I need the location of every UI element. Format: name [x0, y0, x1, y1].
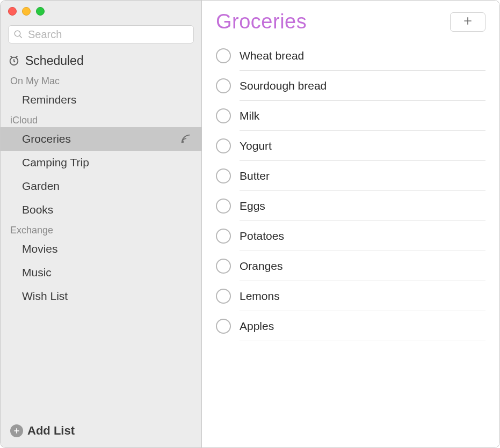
sidebar-item-label: Scheduled	[25, 54, 84, 68]
reminders-list: Wheat breadSourdough breadMilkYogurtButt…	[216, 41, 485, 341]
search-input[interactable]	[8, 25, 194, 43]
add-list-label: Add List	[27, 424, 75, 438]
complete-toggle[interactable]	[216, 199, 231, 214]
sidebar-item-label: Camping Trip	[22, 156, 89, 169]
window-close-button[interactable]	[8, 7, 17, 16]
sidebar-item-label: Music	[22, 266, 52, 279]
reminder-body: Lemons	[240, 281, 485, 311]
reminder-title: Milk	[240, 109, 259, 122]
window-zoom-button[interactable]	[36, 7, 45, 16]
search-field-wrapper	[8, 25, 194, 43]
reminder-body: Apples	[240, 311, 485, 341]
sidebar-item-music[interactable]: Music	[1, 261, 201, 284]
sidebar-item-label: Movies	[22, 243, 58, 255]
reminder-item[interactable]: Butter	[216, 161, 485, 191]
list-title: Groceries	[216, 10, 307, 33]
main-header: Groceries	[202, 1, 499, 38]
sidebar-section-on-my-mac: On My Mac	[1, 72, 201, 88]
sidebar-item-label: Garden	[22, 180, 60, 193]
sidebar-item-camping-trip[interactable]: Camping Trip	[1, 151, 201, 174]
plus-circle-icon	[10, 424, 23, 437]
sidebar-item-label: Groceries	[22, 133, 71, 145]
reminder-title: Eggs	[240, 200, 265, 212]
sidebar-item-movies[interactable]: Movies	[1, 237, 201, 261]
plus-icon	[462, 16, 473, 28]
reminder-body: Potatoes	[240, 221, 485, 251]
svg-point-3	[182, 141, 184, 143]
reminder-body: Oranges	[240, 251, 485, 281]
svg-line-1	[20, 36, 22, 38]
reminder-title: Apples	[240, 320, 274, 333]
complete-toggle[interactable]	[216, 78, 231, 93]
add-reminder-button[interactable]	[450, 12, 485, 32]
reminder-item[interactable]: Sourdough bread	[216, 71, 485, 101]
add-list-button[interactable]: Add List	[1, 416, 201, 447]
complete-toggle[interactable]	[216, 108, 231, 123]
sidebar-item-books[interactable]: Books	[1, 198, 201, 222]
reminder-item[interactable]: Eggs	[216, 191, 485, 221]
reminder-title: Wheat bread	[240, 49, 304, 62]
complete-toggle[interactable]	[216, 168, 231, 183]
reminders-window: Scheduled On My MacRemindersiCloudGrocer…	[0, 0, 500, 448]
reminder-title: Lemons	[240, 290, 280, 303]
sidebar-item-scheduled[interactable]: Scheduled	[1, 49, 201, 72]
reminder-body: Wheat bread	[240, 41, 485, 71]
reminder-body: Butter	[240, 161, 485, 191]
reminder-item[interactable]: Milk	[216, 101, 485, 131]
reminder-item[interactable]: Lemons	[216, 281, 485, 311]
reminder-item[interactable]: Potatoes	[216, 221, 485, 251]
complete-toggle[interactable]	[216, 289, 231, 304]
sidebar-item-label: Wish List	[22, 290, 68, 303]
reminder-title: Sourdough bread	[240, 79, 327, 92]
broadcast-icon	[180, 133, 192, 145]
sidebar-item-garden[interactable]: Garden	[1, 174, 201, 198]
sidebar-list: Scheduled On My MacRemindersiCloudGrocer…	[1, 49, 201, 416]
reminder-item[interactable]: Apples	[216, 311, 485, 341]
reminder-item[interactable]: Oranges	[216, 251, 485, 281]
complete-toggle[interactable]	[216, 138, 231, 153]
reminder-body: Yogurt	[240, 131, 485, 161]
complete-toggle[interactable]	[216, 48, 231, 63]
sidebar-item-label: Reminders	[22, 93, 77, 106]
sidebar-item-reminders[interactable]: Reminders	[1, 88, 201, 112]
reminder-body: Milk	[240, 101, 485, 131]
reminder-title: Butter	[240, 170, 270, 182]
window-titlebar	[1, 1, 201, 22]
clock-icon	[8, 55, 20, 67]
reminder-body: Eggs	[240, 191, 485, 221]
sidebar: Scheduled On My MacRemindersiCloudGrocer…	[1, 1, 202, 447]
reminder-body: Sourdough bread	[240, 71, 485, 101]
reminder-title: Oranges	[240, 260, 283, 273]
reminder-title: Potatoes	[240, 230, 284, 243]
complete-toggle[interactable]	[216, 319, 231, 334]
search-icon	[13, 30, 23, 39]
reminder-item[interactable]: Wheat bread	[216, 41, 485, 71]
complete-toggle[interactable]	[216, 259, 231, 274]
sidebar-item-label: Books	[22, 203, 53, 216]
reminder-item[interactable]: Yogurt	[216, 131, 485, 161]
main-panel: Groceries Wheat breadSourdough breadMilk…	[202, 1, 499, 447]
window-minimize-button[interactable]	[22, 7, 31, 16]
complete-toggle[interactable]	[216, 229, 231, 244]
sidebar-item-wish-list[interactable]: Wish List	[1, 284, 201, 308]
reminder-title: Yogurt	[240, 139, 272, 152]
sidebar-section-icloud: iCloud	[1, 112, 201, 127]
sidebar-item-groceries[interactable]: Groceries	[1, 127, 201, 151]
sidebar-section-exchange: Exchange	[1, 222, 201, 237]
svg-point-0	[15, 31, 20, 36]
